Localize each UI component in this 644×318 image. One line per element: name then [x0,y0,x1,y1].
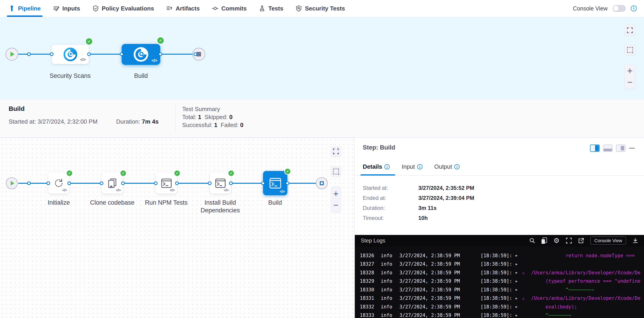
tab-security-tests[interactable]: Security Tests [296,0,345,17]
step-logs-body[interactable]: 18326 info 3/27/2024, 2:38:59 PM [18:38:… [355,246,644,318]
yaml-code-icon[interactable]: </> [62,188,67,193]
expand-caret-icon[interactable]: ▸ [516,304,520,309]
step-node-initialize[interactable]: </> [48,173,69,194]
info-icon[interactable] [417,164,422,169]
yaml-code-icon[interactable]: </> [280,189,285,194]
log-line: 18329 info 3/27/2024, 2:38:59 PM [18:38:… [355,277,644,286]
log-line: 18326 info 3/27/2024, 2:38:59 PM [18:38:… [355,251,644,260]
pipeline-start-node[interactable] [6,48,18,60]
log-level: info [381,296,393,301]
active-tab-underline [360,174,395,176]
open-logs-new-window-button[interactable] [578,238,584,244]
stage-edge [18,54,196,55]
log-line-number: 18331 [360,296,375,301]
stage-node-build[interactable]: </> [122,44,160,65]
step-node-run-npm-tests[interactable]: </> [156,173,177,194]
step-label[interactable]: Initialize [36,199,82,206]
tab-commits[interactable]: Commits [212,0,246,17]
copy-logs-button[interactable] [542,237,547,244]
log-toolbar: Console View [529,237,638,245]
step-label[interactable]: Install Build Dependencies [195,199,245,214]
select-region-button[interactable] [331,166,341,177]
zoom-in-button[interactable]: + [333,188,338,199]
layout-bottom-split-button[interactable] [603,145,612,152]
success-badge [66,170,73,177]
log-date: 3/27/2024, 2:38:59 PM [400,278,466,284]
expand-caret-icon[interactable]: ▸ [516,313,520,318]
ci-stage-icon [64,47,77,61]
tab-label: Input [402,163,415,170]
tab-details[interactable]: Details [363,163,390,170]
step-start-node[interactable] [6,177,18,189]
stage-graph-canvas[interactable]: </> </> Security Scans Build [0,17,644,99]
yaml-code-icon[interactable]: </> [224,188,229,193]
layout-floating-button[interactable] [616,145,626,152]
console-view-toggle[interactable] [612,5,626,12]
tab-tests[interactable]: Tests [259,0,283,17]
step-graph-canvas[interactable]: </> </> </> </> [0,138,354,318]
yaml-code-icon[interactable]: </> [116,188,121,193]
expand-caret-icon[interactable]: ▸ [516,287,520,292]
search-logs-button[interactable] [529,238,535,244]
log-time: [18:38:59]: [480,270,515,276]
step-node-build[interactable]: </> [263,171,288,195]
tab-pipeline[interactable]: Pipeline [9,0,41,17]
step-label[interactable]: Run NPM Tests [139,199,194,206]
expand-caret-icon[interactable]: ▸ [516,253,520,258]
download-logs-button[interactable] [632,238,638,244]
step-details-panel: Step: Build Details Input Output Start [354,138,644,318]
expand-logs-button[interactable] [566,238,572,244]
log-settings-button[interactable] [553,237,560,244]
step-node-clone-codebase[interactable]: </> [102,173,123,194]
detail-row: Duration: 3m 11s [363,205,385,211]
zoom-in-button[interactable]: + [627,65,632,76]
step-node-install-build-dependencies[interactable]: </> [210,173,231,194]
tab-output[interactable]: Output [434,163,460,170]
tab-artifacts[interactable]: Artifacts [166,0,200,17]
tab-label: Artifacts [176,5,200,12]
step-logs-title: Step Logs [361,237,385,244]
success-badge [174,170,180,177]
info-icon[interactable] [384,164,390,169]
success-badge [157,37,164,44]
console-view-button[interactable]: Console View [590,237,626,245]
divider [175,104,176,133]
expand-caret-icon[interactable]: ▸ [516,279,520,284]
fullscreen-button[interactable] [331,146,341,157]
log-message: /Users/anka/Library/Developer/Xcode/De [531,296,640,301]
tab-inputs[interactable]: Inputs [53,0,80,17]
info-icon[interactable] [631,5,637,11]
step-label[interactable]: Build [252,199,298,206]
connector-point [154,181,158,185]
yaml-code-icon[interactable]: </> [152,58,157,63]
zoom-controls: + − [625,64,635,89]
successful-label: Successful: [182,122,212,128]
tab-policy-evaluations[interactable]: Policy Evaluations [92,0,154,17]
detail-value: 3/27/2024, 2:39:04 PM [418,195,474,201]
stage-label[interactable]: Security Scans [36,72,104,80]
log-time: [18:38:59]: [480,304,515,310]
zoom-out-button[interactable]: − [627,76,632,88]
yaml-code-icon[interactable]: </> [80,57,86,62]
step-label[interactable]: Clone codebase [85,199,140,206]
expand-caret-icon[interactable]: ▸ [516,262,520,267]
minimize-panel-button[interactable] [629,148,635,149]
log-line: 18327 info 3/27/2024, 2:38:59 PM [18:38:… [355,260,644,269]
connector-point [261,181,265,185]
select-region-button[interactable] [625,45,635,55]
policy-shield-icon [92,5,99,11]
log-line-number: 18329 [360,278,375,284]
stage-label[interactable]: Build [107,72,175,80]
stage-node-security-scans[interactable]: </> [52,45,89,64]
tab-input[interactable]: Input [402,163,422,170]
marquee-icon [627,47,633,53]
expand-caret-icon[interactable]: ▸ [516,270,520,275]
layout-right-split-button[interactable] [590,145,600,152]
zoom-out-button[interactable]: − [333,199,338,211]
expand-caret-icon[interactable]: ▸ [516,296,520,301]
play-icon [10,52,14,57]
log-message: ^~~~~~~~~ [531,313,571,318]
info-icon[interactable] [454,164,460,169]
fullscreen-button[interactable] [625,25,635,35]
yaml-code-icon[interactable]: </> [170,188,175,193]
